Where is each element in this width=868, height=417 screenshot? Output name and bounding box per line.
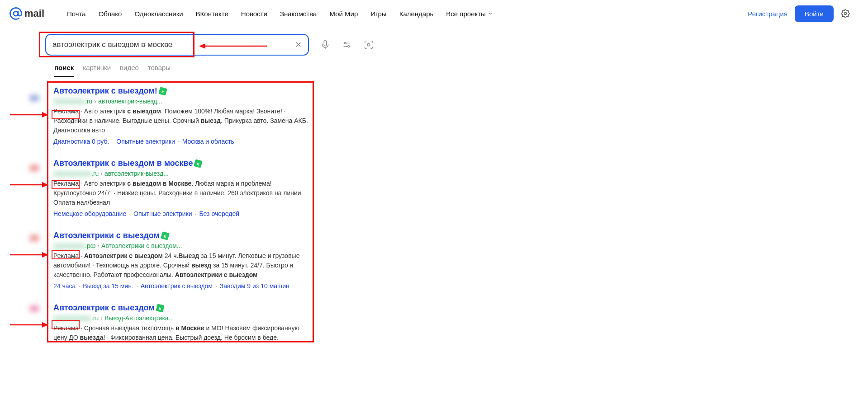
result-sitelinks: Немецкое оборудование·Опытные электрики·… (53, 210, 312, 217)
verified-icon: к (161, 231, 170, 240)
sitelink[interactable]: Немецкое оборудование (53, 210, 126, 217)
result-path: автоэлектрик-выезд... (98, 98, 162, 105)
nav-oblako[interactable]: Облако (99, 10, 122, 18)
svg-point-4 (345, 42, 346, 44)
ad-label: Реклама (53, 180, 79, 187)
svg-point-0 (14, 11, 18, 16)
search-result: Автоэлектрик с выездомк xxxxxxxxxxxx.ru›… (53, 303, 312, 342)
search-tabs: поиск картинки видео товары (45, 64, 868, 77)
register-link[interactable]: Регистрация (748, 10, 787, 18)
verified-icon: к (158, 87, 167, 96)
sitelink[interactable]: Опытные электрики (133, 210, 192, 217)
result-path: автоэлектрик-выезд... (104, 170, 169, 177)
chevron-down-icon (488, 11, 493, 16)
sitelink[interactable]: Без очередей (199, 210, 239, 217)
tab-video[interactable]: видео (120, 64, 139, 77)
search-result: Автоэлектрик с выездом!к xxxxxxxxxx.ru›а… (53, 86, 312, 145)
svg-point-1 (844, 13, 847, 15)
sitelink[interactable]: Москва и область (182, 138, 234, 145)
result-title-link[interactable]: Автоэлектрик с выездом (53, 303, 155, 313)
sitelink[interactable]: Опытные электрики (116, 138, 175, 145)
verified-icon: к (156, 304, 165, 313)
nav-allprojects-label: Все проекты (446, 10, 486, 18)
result-url[interactable]: xxxxxxxxxx.рф›Автоэлектрики с выездом... (53, 242, 312, 249)
nav-kalendar[interactable]: Календарь (399, 10, 434, 18)
result-domain: .рф (85, 242, 95, 249)
result-path: Выезд-Автоэлектрика... (104, 314, 174, 322)
camera-icon[interactable] (363, 39, 374, 50)
main-nav: Почта Облако Одноклассники ВКонтакте Нов… (67, 10, 493, 18)
tab-tovary[interactable]: товары (148, 64, 171, 77)
result-url[interactable]: xxxxxxxxxxxx.ru›автоэлектрик-выезд... (53, 170, 312, 177)
nav-moimir[interactable]: Мой Мир (329, 10, 358, 18)
result-description: Реклама · Авто электрик с выездом. Помож… (53, 107, 312, 135)
result-url[interactable]: xxxxxxxxxx.ru›автоэлектрик-выезд... (53, 98, 312, 105)
nav-novosti[interactable]: Новости (241, 10, 267, 18)
nav-znakomstva[interactable]: Знакомства (280, 10, 317, 18)
logo-text: mail (24, 8, 44, 19)
sliders-icon[interactable] (342, 39, 352, 50)
clear-icon[interactable]: ✕ (295, 40, 302, 50)
mic-icon[interactable] (320, 39, 331, 50)
search-input[interactable] (52, 40, 295, 49)
result-url[interactable]: xxxxxxxxxxxx.ru›Выезд-Автоэлектрика... (53, 314, 312, 322)
sitelink[interactable]: Автоэлектрик с выездом (141, 282, 213, 290)
tab-kartinki[interactable]: картинки (83, 64, 111, 77)
logo[interactable]: mail (9, 7, 44, 20)
result-sitelinks: 24 часа·Выезд за 15 мин.·Автоэлектрик с … (53, 282, 312, 290)
result-domain: .ru (91, 170, 99, 177)
sitelink[interactable]: 24 часа (53, 282, 76, 290)
gear-icon[interactable] (841, 9, 850, 18)
search-result: Автоэлектрик с выездом в москвек xxxxxxx… (53, 159, 312, 217)
nav-odnoklassniki[interactable]: Одноклассники (134, 10, 183, 18)
result-title-link[interactable]: Автоэлектрик с выездом в москве (53, 159, 193, 168)
verified-icon: к (194, 159, 203, 168)
nav-allprojects[interactable]: Все проекты (446, 10, 493, 18)
result-description: Реклама · Автоэлектрик с выездом 24 ч.Вы… (53, 251, 312, 280)
nav-pochta[interactable]: Почта (67, 10, 86, 18)
nav-vkontakte[interactable]: ВКонтакте (196, 10, 228, 18)
result-sitelinks: Диагностика 0 руб.·Опытные электрики·Мос… (53, 138, 312, 145)
result-description: Реклама · Срочная выездная техпомощь в М… (53, 323, 312, 342)
sitelink[interactable]: Выезд за 15 мин. (83, 282, 133, 290)
ad-label: Реклама (53, 252, 79, 259)
ad-label: Реклама (53, 108, 79, 115)
login-button[interactable]: Войти (795, 5, 834, 22)
nav-igry[interactable]: Игры (370, 10, 386, 18)
at-icon (9, 7, 23, 20)
sitelink[interactable]: Заводим 9 из 10 машин (220, 282, 289, 290)
result-title-link[interactable]: Автоэлектрики с выездом (53, 231, 160, 240)
result-domain: .ru (85, 98, 92, 105)
search-result: Автоэлектрики с выездомк xxxxxxxxxx.рф›А… (53, 231, 312, 290)
svg-point-6 (348, 46, 350, 47)
sitelink[interactable]: Диагностика 0 руб. (53, 138, 109, 145)
result-description: Реклама · Авто электрик с выездом в Моск… (53, 179, 312, 207)
svg-point-7 (367, 43, 370, 46)
tab-poisk[interactable]: поиск (54, 64, 74, 77)
result-path: Автоэлектрики с выездом... (101, 242, 182, 249)
ad-label: Реклама (53, 324, 79, 332)
search-box[interactable]: ✕ (45, 34, 309, 56)
result-title-link[interactable]: Автоэлектрик с выездом! (53, 86, 157, 96)
result-domain: .ru (91, 314, 99, 322)
